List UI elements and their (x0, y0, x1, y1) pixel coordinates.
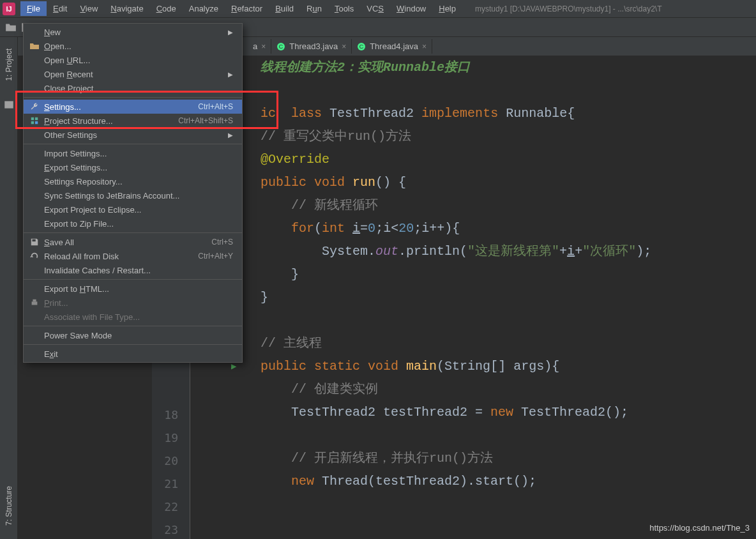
menu-item-associate-with-file-type: Associate with File Type... (24, 310, 242, 324)
menu-item-new[interactable]: New▶ (24, 25, 242, 39)
menu-item-export-to-zip-file[interactable]: Export to Zip File... (24, 216, 242, 231)
code-line: TestThread2 testThread2 = new TestThread… (261, 401, 756, 424)
close-icon[interactable]: × (342, 42, 346, 51)
menu-item-close-project[interactable]: Close Project (24, 81, 242, 95)
blank-icon (29, 148, 40, 158)
code-line: 线程创建方法2：实现Runnable接口 (261, 56, 756, 79)
menubar-item-file[interactable]: File (20, 1, 47, 16)
blank-icon (29, 265, 40, 275)
svg-rect-12 (33, 300, 36, 302)
wrench-icon (29, 102, 40, 112)
line-number: 19 (152, 427, 178, 450)
menubar-item-build[interactable]: Build (269, 1, 300, 16)
svg-rect-11 (32, 301, 38, 305)
menu-item-project-structure[interactable]: Project Structure...Ctrl+Alt+Shift+S (24, 114, 242, 128)
menubar-item-navigate[interactable]: Navigate (104, 1, 149, 16)
menu-item-label: Power Save Mode (44, 331, 233, 340)
menu-item-label: Other Settings (44, 130, 223, 140)
svg-rect-8 (31, 121, 34, 124)
code-line: new Thread(testThread2).start(); (261, 470, 756, 493)
menubar-item-vcs[interactable]: VCS (360, 1, 390, 16)
editor-tab[interactable]: C Thread3.java × (271, 39, 352, 54)
code-line: for(int i=0;i<20;i++){ (261, 217, 756, 240)
menu-item-invalidate-caches-restart[interactable]: Invalidate Caches / Restart... (24, 263, 242, 277)
menu-shortcut: Ctrl+Alt+Y (198, 252, 233, 261)
svg-text:C: C (279, 43, 284, 50)
menu-item-export-settings[interactable]: Export Settings... (24, 160, 242, 174)
folder-open-icon (29, 41, 40, 51)
menu-item-label: New (44, 27, 223, 37)
menubar-item-view[interactable]: View (73, 1, 104, 16)
blank-icon (29, 284, 40, 294)
menu-item-label: Settings... (44, 102, 198, 112)
menubar-item-analyze[interactable]: Analyze (183, 1, 225, 16)
menu-shortcut: Ctrl+S (211, 238, 233, 247)
menubar-item-tools[interactable]: Tools (328, 1, 360, 16)
menu-item-save-all[interactable]: Save AllCtrl+S (24, 235, 242, 249)
menu-separator (24, 144, 242, 144)
code-line: public void run() { (261, 171, 756, 194)
menu-item-label: Export Settings... (44, 163, 233, 172)
sidebar-project-tab[interactable]: 1: Project (3, 43, 15, 86)
code-line (261, 309, 756, 332)
line-number: 22 (152, 496, 178, 519)
folder-tree-icon[interactable] (3, 99, 15, 110)
print-icon (29, 298, 40, 308)
blank-icon (29, 130, 40, 140)
menu-item-reload-all-from-disk[interactable]: Reload All from DiskCtrl+Alt+Y (24, 249, 242, 263)
menu-item-export-project-to-eclipse[interactable]: Export Project to Eclipse... (24, 202, 242, 216)
blank-icon (29, 69, 40, 79)
menubar: IJ FileEditViewNavigateCodeAnalyzeRefact… (0, 0, 756, 18)
code-line: // 新线程循环 (261, 194, 756, 217)
editor-tab[interactable]: C Thread4.java × (352, 39, 432, 54)
close-icon[interactable]: × (261, 42, 266, 51)
menu-item-sync-settings-to-jetbrains-account[interactable]: Sync Settings to JetBrains Account... (24, 188, 242, 202)
menu-item-import-settings[interactable]: Import Settings... (24, 146, 242, 160)
code-line: } (261, 286, 756, 309)
blank-icon (29, 330, 40, 340)
code-line (261, 424, 756, 447)
menubar-item-code[interactable]: Code (150, 1, 183, 16)
editor-tab[interactable]: a × (248, 39, 271, 54)
menu-shortcut: Ctrl+Alt+S (198, 102, 233, 111)
close-icon[interactable]: × (422, 42, 427, 51)
code-line: ic lass TestThread2 implements Runnable{ (261, 102, 756, 125)
menubar-item-window[interactable]: Window (390, 1, 432, 16)
menu-item-settings[interactable]: Settings...Ctrl+Alt+S (24, 100, 242, 114)
menu-item-export-to-html[interactable]: Export to HTML... (24, 282, 242, 296)
menu-item-label: Invalidate Caches / Restart... (44, 266, 233, 275)
menubar-item-edit[interactable]: Edit (47, 1, 73, 16)
menu-item-open-recent[interactable]: Open Recent▶ (24, 67, 242, 81)
sidebar-structure-tab[interactable]: 7: Structure (3, 481, 15, 531)
menubar-item-run[interactable]: Run (300, 1, 328, 16)
code-line: // 创建类实例 (261, 378, 756, 401)
open-folder-icon[interactable] (5, 22, 17, 33)
menu-item-settings-repository[interactable]: Settings Repository... (24, 174, 242, 188)
menu-item-open-url[interactable]: Open URL... (24, 53, 242, 67)
menu-item-label: Open... (44, 42, 233, 51)
code-line (261, 79, 756, 102)
code-editor[interactable]: 线程创建方法2：实现Runnable接口 ic lass TestThread2… (190, 56, 756, 539)
submenu-arrow-icon: ▶ (228, 71, 233, 78)
svg-rect-10 (33, 239, 36, 242)
menubar-item-help[interactable]: Help (432, 1, 462, 16)
watermark-text: https://blog.csdn.net/The_3 (649, 523, 750, 533)
tab-label: Thread3.java (289, 42, 338, 51)
menu-item-exit[interactable]: Exit (24, 347, 242, 361)
app-logo-icon: IJ (3, 3, 15, 15)
menu-item-label: Settings Repository... (44, 177, 233, 186)
menu-item-label: Project Structure... (44, 116, 178, 126)
save-icon (29, 237, 40, 247)
java-class-icon: C (357, 42, 366, 51)
left-tool-sidebar: 1: Project 7: Structure (0, 37, 18, 539)
menu-item-label: Associate with File Type... (44, 312, 233, 322)
tab-label: Thread4.java (370, 42, 418, 51)
menubar-item-refactor[interactable]: Refactor (225, 1, 269, 16)
submenu-arrow-icon: ▶ (228, 29, 233, 36)
svg-rect-7 (35, 118, 38, 120)
menu-item-power-save-mode[interactable]: Power Save Mode (24, 328, 242, 342)
blank-icon (29, 312, 40, 322)
menu-item-other-settings[interactable]: Other Settings▶ (24, 128, 242, 142)
menu-separator (24, 97, 242, 98)
menu-item-open[interactable]: Open... (24, 39, 242, 53)
